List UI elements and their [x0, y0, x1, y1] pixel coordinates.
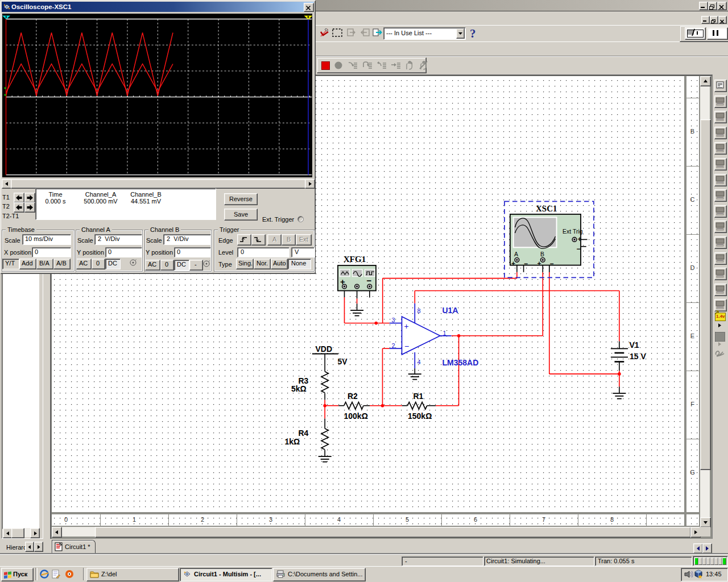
svg-text:Ext Trig: Ext Trig — [562, 228, 583, 235]
svg-text:5V: 5V — [338, 357, 348, 366]
svg-text:4: 4 — [417, 359, 421, 365]
svg-text:LM358AD: LM358AD — [442, 358, 479, 367]
svg-text:2: 2 — [392, 342, 395, 349]
svg-text:15 V: 15 V — [630, 352, 646, 361]
svg-text:−: − — [367, 276, 372, 285]
svg-text:R4: R4 — [299, 429, 309, 438]
svg-text:1kΩ: 1kΩ — [285, 437, 300, 446]
svg-text:U1A: U1A — [442, 306, 458, 315]
svg-text:R2: R2 — [348, 392, 358, 401]
svg-text:1: 1 — [443, 330, 446, 336]
svg-text:B: B — [540, 251, 544, 257]
svg-text:VDD: VDD — [316, 344, 333, 354]
svg-text:R1: R1 — [413, 392, 424, 401]
svg-text:A: A — [514, 251, 518, 257]
svg-text:+: + — [537, 260, 541, 268]
svg-text:+: + — [578, 235, 582, 243]
svg-text:150kΩ: 150kΩ — [408, 411, 432, 421]
svg-text:V1: V1 — [630, 340, 639, 350]
svg-text:100kΩ: 100kΩ — [344, 411, 368, 421]
svg-text:−: − — [404, 342, 409, 351]
svg-text:+: + — [511, 260, 515, 268]
svg-text:+: + — [404, 322, 409, 331]
svg-text:3: 3 — [392, 317, 395, 323]
svg-text:XSC1: XSC1 — [536, 204, 557, 213]
svg-text:−: − — [577, 245, 581, 253]
svg-text:8: 8 — [417, 307, 421, 314]
svg-text:XFG1: XFG1 — [344, 255, 366, 264]
svg-text:−: − — [550, 260, 554, 268]
svg-text:5kΩ: 5kΩ — [291, 384, 307, 393]
svg-text:−: − — [524, 260, 528, 268]
